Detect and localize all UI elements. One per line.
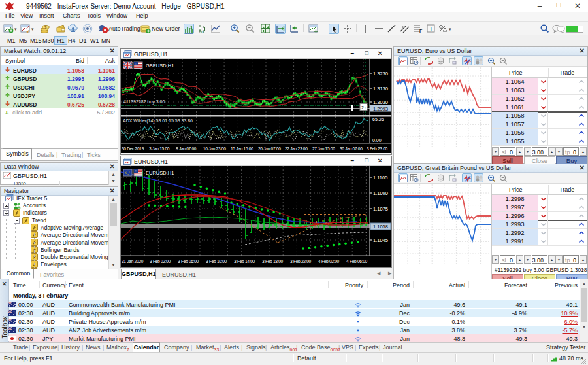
svg-text:GBPUSD,H1: GBPUSD,H1 xyxy=(146,63,174,69)
svg-text:T: T xyxy=(429,26,433,32)
svg-text:30 Dec 2019: 30 Dec 2019 xyxy=(122,147,144,151)
svg-text:30 Jan 07:00: 30 Jan 07:00 xyxy=(340,147,363,151)
svg-text:8 Jan 07:00: 8 Jan 07:00 xyxy=(176,147,197,151)
svg-text:31 Jan 2020: 31 Jan 2020 xyxy=(122,259,144,264)
svg-text:1.2993: 1.2993 xyxy=(373,106,388,112)
svg-text:4 Feb 06:00: 4 Feb 06:00 xyxy=(346,259,368,264)
svg-text:4 Feb 02:00: 4 Feb 02:00 xyxy=(318,259,340,264)
svg-text:1.1045: 1.1045 xyxy=(373,237,388,243)
svg-text:3 Feb 23:00: 3 Feb 23:00 xyxy=(367,147,388,151)
svg-text:15 Jan 15:00: 15 Jan 15:00 xyxy=(231,147,253,151)
svg-text:20 Jan 07:00: 20 Jan 07:00 xyxy=(258,147,281,151)
svg-text:0.00: 0.00 xyxy=(372,138,382,143)
svg-text:1.1105: 1.1105 xyxy=(373,175,387,181)
svg-text:1.1058: 1.1058 xyxy=(373,224,388,230)
svg-text:3 Feb 02:00: 3 Feb 02:00 xyxy=(150,259,171,264)
svg-text:1.1075: 1.1075 xyxy=(373,206,388,212)
svg-text:00: 00 xyxy=(199,30,204,34)
svg-text:F: F xyxy=(419,29,423,33)
svg-text:1.3230: 1.3230 xyxy=(373,71,388,77)
svg-text:3 Feb 22:00: 3 Feb 22:00 xyxy=(290,259,312,264)
svg-text:1.3130: 1.3130 xyxy=(373,86,388,92)
svg-text:3 Feb 14:00: 3 Feb 14:00 xyxy=(234,259,255,264)
svg-text:27 Jan 15:00: 27 Jan 15:00 xyxy=(312,147,335,151)
svg-text:65.26: 65.26 xyxy=(372,117,384,122)
svg-text:22 Jan 23:00: 22 Jan 23:00 xyxy=(285,147,308,151)
svg-text:1.1090: 1.1090 xyxy=(373,190,388,196)
svg-text:2↕: 2↕ xyxy=(361,105,366,110)
svg-text:3 Feb 06:00: 3 Feb 06:00 xyxy=(178,259,199,264)
svg-text:#11392282 buy 3.00: #11392282 buy 3.00 xyxy=(123,99,165,105)
svg-text:ADX Wilder(14) 53.01 15.53 33.: ADX Wilder(14) 53.01 15.53 33.86 xyxy=(123,118,193,124)
svg-text:10 Jan 23:00: 10 Jan 23:00 xyxy=(203,147,226,151)
svg-text:1.3030: 1.3030 xyxy=(373,99,388,105)
svg-text:3 Jan 15:00: 3 Jan 15:00 xyxy=(149,147,170,151)
svg-text:3 Feb 10:00: 3 Feb 10:00 xyxy=(206,259,227,264)
svg-text:3 Feb 18:00: 3 Feb 18:00 xyxy=(262,259,284,264)
svg-text:EURUSD,H1: EURUSD,H1 xyxy=(146,170,174,176)
